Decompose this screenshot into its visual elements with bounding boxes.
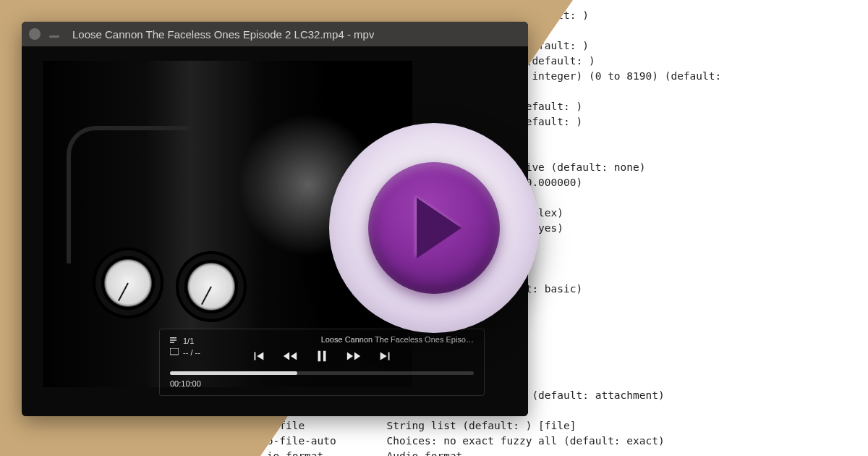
prev-track-button[interactable] (249, 347, 268, 366)
transport-controls (170, 347, 474, 366)
forward-button[interactable] (344, 347, 363, 366)
video-detail-gauge (101, 256, 155, 310)
pause-button[interactable] (312, 347, 331, 366)
seek-progress (170, 371, 297, 375)
close-icon[interactable] (29, 28, 41, 40)
time-info: -- / -- (183, 348, 200, 357)
osd-media-title: Loose Cannon The Faceless Ones Episo… (321, 335, 474, 344)
window-title: Loose Cannon The Faceless Ones Episode 2… (72, 28, 374, 41)
playlist-count: 1/1 (183, 337, 194, 345)
window-titlebar[interactable]: Loose Cannon The Faceless Ones Episode 2… (22, 22, 528, 46)
playlist-icon (170, 337, 179, 345)
chapter-icon (170, 348, 179, 357)
minimize-icon[interactable] (49, 35, 59, 38)
video-detail-pipe (67, 126, 190, 263)
elapsed-time: 00:10:00 (170, 379, 201, 388)
rewind-button[interactable] (281, 347, 299, 366)
osd-controls: 1/1 -- / -- Loose Cannon The Faceless On… (159, 329, 485, 396)
video-detail-gauge (184, 260, 238, 313)
svg-rect-0 (170, 348, 179, 355)
mpv-logo (329, 123, 539, 333)
osd-info: 1/1 -- / -- (170, 337, 200, 357)
play-icon (368, 162, 500, 294)
next-track-button[interactable] (376, 347, 395, 366)
seek-bar[interactable] (170, 371, 474, 375)
